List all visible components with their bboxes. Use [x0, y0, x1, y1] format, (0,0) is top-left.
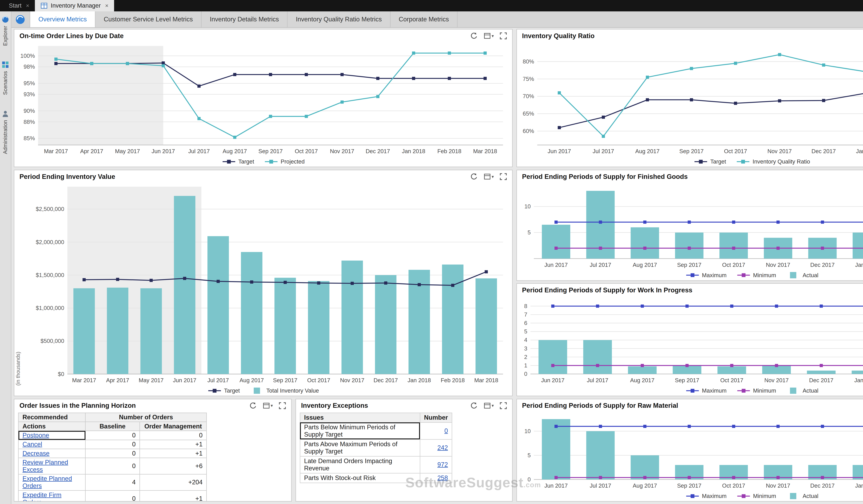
panel-title: Period Ending Periods of Supply for Raw …: [522, 402, 678, 409]
svg-text:Nov 2017: Nov 2017: [767, 148, 792, 154]
tab-corporate-metrics[interactable]: Corporate Metrics: [391, 11, 458, 27]
window-tab-inventory-manager[interactable]: Inventory Manager ×: [35, 0, 114, 11]
tab-inventory-quality-ratio-metrics[interactable]: Inventory Quality Ratio Metrics: [288, 11, 390, 27]
table-row: Late Demand Orders Impacting Revenue 972: [300, 456, 452, 473]
svg-text:Sep 2017: Sep 2017: [679, 148, 704, 154]
action-link[interactable]: Postpone: [23, 432, 49, 439]
exception-count-link[interactable]: 972: [437, 461, 448, 468]
svg-text:Jul 2017: Jul 2017: [593, 148, 614, 154]
legend-item: Actual: [786, 387, 818, 394]
close-icon[interactable]: ×: [105, 2, 109, 9]
pos-raw-material-chart[interactable]: 1050Jun 2017Jul 2017Aug 2017Sep 2017Oct …: [517, 411, 863, 491]
expand-icon[interactable]: [278, 402, 286, 410]
pos-finished-goods-chart[interactable]: 105Jun 2017Jul 2017Aug 2017Sep 2017Oct 2…: [517, 182, 863, 270]
app-logo-icon[interactable]: [15, 14, 25, 25]
sidebar-item-explorer[interactable]: Explorer: [2, 16, 9, 46]
refresh-icon[interactable]: [470, 32, 478, 40]
exception-count-link[interactable]: 258: [437, 474, 448, 481]
chart-legend: TargetTotal Inventory Value: [14, 386, 512, 396]
svg-text:Nov 2017: Nov 2017: [340, 377, 364, 384]
table-row: Decrease 0 +1: [18, 449, 207, 458]
svg-text:0: 0: [524, 371, 527, 377]
svg-text:Jul 2017: Jul 2017: [587, 377, 608, 384]
svg-text:Jun 2017: Jun 2017: [152, 148, 175, 154]
svg-text:Sep 2017: Sep 2017: [677, 482, 701, 489]
svg-text:80%: 80%: [523, 58, 534, 65]
refresh-icon[interactable]: [470, 402, 478, 410]
svg-text:$2,500,000: $2,500,000: [36, 206, 64, 212]
svg-text:Sep 2017: Sep 2017: [677, 262, 701, 268]
svg-text:5: 5: [528, 229, 531, 236]
layout-icon: [484, 402, 491, 410]
tab-overview-metrics[interactable]: Overview Metrics: [30, 11, 96, 27]
svg-text:Aug 2017: Aug 2017: [635, 148, 660, 154]
svg-text:Nov 2017: Nov 2017: [766, 262, 790, 268]
svg-text:Jun 2017: Jun 2017: [548, 148, 571, 154]
exception-count-link[interactable]: 242: [437, 444, 448, 451]
svg-text:1: 1: [524, 362, 527, 369]
chevron-down-icon: ▾: [491, 174, 494, 179]
tab-customer-service-level-metrics[interactable]: Customer Service Level Metrics: [96, 11, 201, 27]
svg-text:10: 10: [524, 203, 531, 209]
svg-text:Oct 2017: Oct 2017: [724, 148, 747, 154]
close-icon[interactable]: ×: [26, 2, 29, 9]
layout-dropdown[interactable]: ▾: [263, 402, 273, 410]
pos-work-in-progress-chart[interactable]: 876543210Jun 2017Jul 2017Aug 2017Sep 201…: [517, 295, 863, 386]
svg-text:Jul 2017: Jul 2017: [208, 377, 229, 384]
baseline-value: 4: [85, 474, 140, 490]
baseline-value: 0: [85, 440, 140, 449]
window-tab-label: Inventory Manager: [51, 2, 101, 9]
refresh-icon[interactable]: [470, 173, 478, 180]
order-management-value: +1: [140, 440, 207, 449]
sidebar-item-scenarios[interactable]: Scenarios: [2, 61, 9, 95]
inventory-quality-ratio-chart[interactable]: 80%75%70%65%60%Jun 2017Jul 2017Aug 2017S…: [517, 41, 863, 157]
table-row: Parts With Stock-out Risk 258: [300, 473, 452, 483]
order-management-value: +1: [140, 490, 207, 501]
column-header: Order Management: [140, 422, 207, 431]
expand-icon[interactable]: [500, 402, 507, 410]
svg-text:Jun 2017: Jun 2017: [541, 377, 564, 384]
inventory-value-chart[interactable]: $2,500,000$2,000,000$1,500,000$1,000,000…: [14, 182, 512, 386]
sidebar-item-administration[interactable]: Administration: [2, 110, 9, 154]
exception-count-link[interactable]: 0: [445, 427, 448, 434]
legend-item: Target: [694, 158, 726, 165]
table-row: Review Planned Excess 0 +6: [18, 458, 207, 474]
action-link[interactable]: Cancel: [23, 441, 42, 448]
tab-inventory-details-metrics[interactable]: Inventory Details Metrics: [202, 11, 288, 27]
panel-inventory-quality-ratio: Inventory Quality Ratio ▾ 80%75%70%65%60…: [516, 29, 863, 167]
expand-icon[interactable]: [500, 32, 507, 40]
legend-item: Projected: [264, 158, 305, 165]
refresh-icon[interactable]: [249, 402, 257, 410]
order-management-value: +204: [140, 474, 207, 490]
panel-title: Inventory Exceptions: [301, 402, 368, 409]
svg-text:Aug 2017: Aug 2017: [633, 482, 657, 489]
action-link[interactable]: Decrease: [23, 450, 50, 457]
issue-label: Parts Below Minimum Periods of Supply Ta…: [300, 423, 420, 439]
svg-text:Sep 2017: Sep 2017: [273, 377, 297, 384]
svg-text:Mar 2018: Mar 2018: [474, 377, 498, 384]
action-link[interactable]: Expedite Planned Orders: [23, 475, 72, 489]
layout-dropdown[interactable]: ▾: [484, 402, 494, 410]
legend-item: Actual: [786, 272, 818, 279]
metric-tabstrip: Overview Metrics Customer Service Level …: [11, 11, 863, 28]
svg-text:Oct 2017: Oct 2017: [722, 262, 745, 268]
svg-text:Aug 2017: Aug 2017: [240, 377, 264, 384]
layout-dropdown[interactable]: ▾: [484, 32, 494, 40]
chart-legend: TargetInventory Quality Ratio: [517, 157, 863, 167]
order-management-value: +6: [140, 458, 207, 474]
action-link[interactable]: Expedite Firm Orders: [23, 491, 61, 501]
svg-text:3: 3: [524, 345, 527, 352]
panel-pos-finished-goods: Period Ending Periods of Supply for Fini…: [516, 170, 863, 281]
action-link[interactable]: Review Planned Excess: [23, 459, 68, 473]
layout-icon: [484, 32, 491, 40]
sidebar-item-label: Scenarios: [2, 71, 9, 95]
panel-inventory-exceptions: Inventory Exceptions ▾ Issues Number: [296, 399, 513, 502]
table-row: Cancel 0 +1: [18, 440, 207, 449]
panel-on-time-order-lines: On-time Order Lines by Due Date ▾ 100%98…: [14, 29, 513, 167]
inventory-exceptions-table: Issues Number Parts Below Minimum Period…: [300, 413, 452, 483]
window-tab-start[interactable]: Start ×: [3, 0, 35, 11]
layout-dropdown[interactable]: ▾: [484, 173, 494, 180]
panel-header: Period Ending Periods of Supply for Work…: [517, 284, 863, 295]
expand-icon[interactable]: [500, 173, 507, 180]
on-time-order-lines-chart[interactable]: 100%98%95%93%90%88%85%Mar 2017Apr 2017Ma…: [14, 41, 512, 157]
